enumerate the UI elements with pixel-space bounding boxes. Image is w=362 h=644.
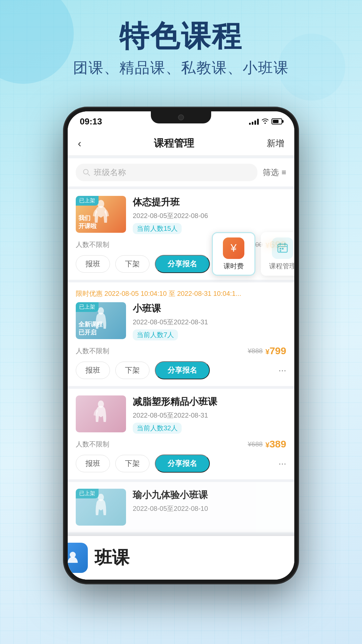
course-dates-1: 2022-08-05至2022-08-06: [133, 211, 286, 220]
filter-label: 筛选: [263, 167, 279, 178]
course-info-2: 小班课 2022-08-05至2022-08-31 当前人数7人: [133, 302, 286, 340]
share-button-3[interactable]: 分享报名: [155, 454, 210, 473]
camera-dot: [178, 114, 184, 120]
add-button[interactable]: 新增: [267, 138, 284, 149]
svg-line-1: [88, 174, 90, 176]
price-area-3: ¥688 ¥389: [248, 438, 286, 450]
capacity-3: 人数不限制: [76, 440, 109, 449]
price-area-2: ¥888 ¥799: [248, 345, 286, 357]
course-info-4: 瑜小九体验小班课 2022-08-05至2022-08-10: [133, 489, 286, 516]
course-mgmt-icon: [272, 237, 293, 259]
svg-rect-12: [280, 250, 281, 252]
offline-button-2[interactable]: 下架: [115, 362, 149, 379]
svg-point-0: [83, 169, 88, 174]
nav-bar: ‹ 课程管理 新增: [68, 131, 294, 156]
course-mgmt-label: 课程管理: [269, 262, 294, 271]
course-dates-3: 2022-08-05至2022-08-31: [133, 411, 286, 420]
search-icon: [82, 168, 90, 176]
status-badge-4: 已上架: [76, 489, 99, 498]
register-button-1[interactable]: 报班: [76, 255, 110, 273]
svg-rect-10: [280, 248, 281, 250]
status-time: 09:13: [80, 116, 102, 127]
course-dates-2: 2022-08-05至2022-08-31: [133, 318, 286, 327]
course-name-4: 瑜小九体验小班课: [133, 489, 286, 501]
phone-frame: 09:13: [64, 107, 298, 584]
search-placeholder: 班级名称: [94, 167, 126, 178]
register-button-3[interactable]: 报班: [76, 455, 110, 472]
hero-subtitle: 团课、精品课、私教课、小班课: [0, 58, 362, 78]
card-top-4: 已上架 瑜小九体验小班课 2022-08-05至2022-08-10: [76, 489, 286, 526]
svg-rect-11: [282, 248, 284, 250]
course-image-4: 已上架: [76, 489, 126, 526]
course-image-3: [76, 395, 126, 432]
course-people-1: 当前人数15人: [133, 223, 182, 234]
capacity-2: 人数不限制: [76, 346, 109, 356]
signal-bars-icon: [249, 118, 259, 125]
back-button[interactable]: ‹: [78, 137, 81, 150]
popup-class-fee[interactable]: ¥ 课时费: [212, 232, 255, 276]
card-top-3: 减脂塑形精品小班课 2022-08-05至2022-08-31 当前人数32人: [76, 395, 286, 434]
course-info-3: 减脂塑形精品小班课 2022-08-05至2022-08-31 当前人数32人: [133, 395, 286, 434]
app-content: ‹ 课程管理 新增 班级名称 筛选 ≡: [68, 131, 294, 580]
filter-button[interactable]: 筛选 ≡: [263, 167, 286, 178]
banjie-text: 班课: [95, 546, 129, 570]
status-badge-1: 已上架: [76, 196, 99, 206]
banjie-icon: [68, 543, 88, 573]
course-card-4: 已上架 瑜小九体验小班课 2022-08-05至2022-08-10: [68, 482, 294, 532]
more-button-3[interactable]: ···: [279, 458, 286, 469]
course-info-1: 体态提升班 2022-08-05至2022-08-06 当前人数15人: [133, 196, 286, 234]
offline-button-1[interactable]: 下架: [115, 255, 149, 273]
phone-notch: [151, 111, 211, 123]
card-bottom-3: 人数不限制 ¥688 ¥389: [76, 438, 286, 450]
course-dates-4: 2022-08-05至2022-08-10: [133, 504, 286, 513]
phone-screen: 09:13: [68, 111, 294, 580]
status-badge-2: 已上架: [76, 302, 99, 312]
hero-title: 特色课程: [0, 20, 362, 53]
course-people-3: 当前人数32人: [133, 423, 182, 434]
class-fee-label: 课时费: [224, 262, 244, 271]
offline-button-3[interactable]: 下架: [115, 455, 149, 472]
search-input-wrap[interactable]: 班级名称: [76, 164, 257, 181]
search-bar: 班级名称 筛选 ≡: [68, 158, 294, 186]
course-person-3: [92, 400, 110, 428]
card-top-2: 已上架 全新课程已开启 小班课 2022-08-05至2022-08-31 当前…: [76, 302, 286, 340]
register-button-2[interactable]: 报班: [76, 362, 110, 379]
class-fee-icon: ¥: [223, 237, 244, 259]
course-name-1: 体态提升班: [133, 196, 286, 209]
card-top-1: 已上架 我们开课啦 体态提升班 2022-08-05至2022-08-06 当前…: [76, 196, 286, 234]
card-actions-2: 报班 下架 分享报名 ···: [76, 361, 286, 379]
card-bottom-2: 人数不限制 ¥888 ¥799: [76, 345, 286, 357]
price-current-3: ¥389: [265, 438, 286, 450]
price-original-2: ¥888: [248, 347, 263, 355]
img-text-2: 全新课程已开启: [78, 321, 123, 336]
img-text-1: 我们开课啦: [78, 214, 123, 230]
course-name-3: 减脂塑形精品小班课: [133, 395, 286, 408]
wifi-icon: [261, 118, 269, 125]
course-people-2: 当前人数7人: [133, 329, 178, 340]
share-button-2[interactable]: 分享报名: [155, 361, 210, 379]
battery-icon: [272, 118, 282, 124]
price-original-3: ¥688: [248, 440, 263, 448]
price-current-2: ¥799: [265, 345, 286, 357]
share-button-1[interactable]: 分享报名: [155, 255, 210, 273]
course-name-2: 小班课: [133, 302, 286, 315]
filter-icon: ≡: [282, 168, 286, 177]
promo-banner-2: 限时优惠 2022-08-05 10:04:10 至 2022-08-31 10…: [76, 289, 286, 298]
status-icons: [249, 118, 282, 125]
hero-section: 特色课程 团课、精品课、私教课、小班课: [0, 20, 362, 78]
popup-course-mgmt[interactable]: 课程管理: [261, 232, 294, 276]
capacity-1: 人数不限制: [76, 240, 109, 249]
course-image-1: 已上架 我们开课啦: [76, 196, 126, 233]
course-card-3: 减脂塑形精品小班课 2022-08-05至2022-08-31 当前人数32人 …: [68, 389, 294, 479]
course-image-2: 已上架 全新课程已开启: [76, 302, 126, 339]
more-button-2[interactable]: ···: [279, 365, 286, 376]
card-actions-3: 报班 下架 分享报名 ···: [76, 454, 286, 473]
phone-wrapper: 09:13: [64, 107, 298, 584]
bottom-card: 班课: [68, 536, 294, 580]
page-title: 课程管理: [154, 137, 194, 150]
popup-overlay: ¥ 课时费: [212, 232, 294, 276]
course-card-2: 限时优惠 2022-08-05 10:04:10 至 2022-08-31 10…: [68, 282, 294, 386]
